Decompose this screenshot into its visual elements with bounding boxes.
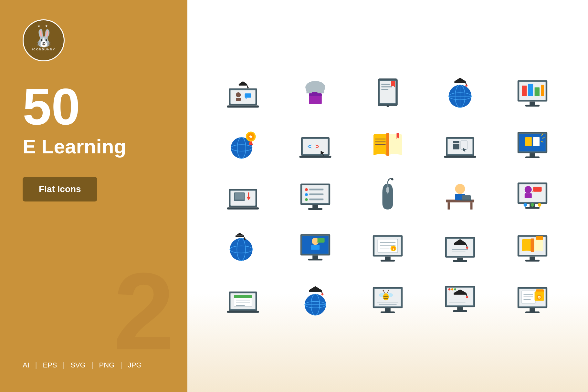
svg-rect-32 [454, 81, 466, 83]
svg-point-200 [383, 290, 384, 291]
svg-rect-98 [309, 189, 323, 191]
icon-monitor-award [355, 278, 421, 320]
svg-point-101 [305, 198, 308, 201]
icon-monitor-frame [427, 278, 493, 320]
icon-monitor-webinar [499, 175, 565, 217]
decorative-number: 2 [113, 256, 174, 366]
svg-rect-102 [309, 199, 323, 201]
svg-rect-76 [519, 134, 545, 151]
svg-rect-112 [460, 200, 473, 201]
svg-rect-69 [444, 156, 476, 158]
icon-laptop-book [427, 123, 493, 165]
svg-rect-223 [522, 291, 535, 304]
svg-rect-145 [381, 260, 395, 262]
svg-rect-104 [386, 187, 389, 193]
logo-stars: ★ ★ [37, 24, 50, 28]
icon-monitor-cert: ★ [355, 227, 421, 269]
svg-rect-40 [525, 105, 540, 107]
svg-rect-144 [385, 257, 391, 260]
svg-rect-44 [541, 85, 544, 96]
svg-point-215 [466, 296, 468, 298]
svg-point-201 [388, 290, 389, 291]
svg-point-122 [524, 203, 527, 207]
svg-rect-196 [383, 296, 388, 297]
icon-globe-medal: ★ [210, 123, 276, 165]
svg-point-187 [321, 293, 324, 295]
svg-rect-120 [533, 187, 541, 191]
svg-rect-96 [308, 208, 322, 210]
svg-point-35 [466, 85, 468, 87]
icon-monitor-person [282, 227, 348, 269]
icon-count: 50 [23, 81, 80, 132]
icon-teacher-desk [427, 175, 493, 217]
svg-point-4 [236, 92, 241, 97]
svg-point-105 [391, 178, 394, 181]
svg-rect-61 [386, 133, 389, 156]
svg-rect-107 [448, 202, 450, 210]
svg-rect-212 [454, 293, 467, 295]
svg-rect-79 [525, 137, 532, 146]
svg-rect-25 [381, 89, 388, 90]
svg-rect-158 [454, 243, 466, 245]
sep-2: | [63, 361, 65, 369]
svg-rect-2 [231, 90, 256, 104]
format-jpg: JPG [128, 361, 142, 369]
svg-rect-80 [533, 137, 540, 146]
svg-text:★: ★ [249, 134, 253, 139]
svg-rect-41 [522, 86, 527, 96]
format-png: PNG [99, 361, 114, 369]
svg-rect-222 [525, 311, 540, 313]
svg-point-131 [244, 238, 246, 240]
svg-rect-191 [385, 308, 391, 312]
icon-tablet-book [355, 72, 421, 114]
icon-open-book [355, 123, 421, 165]
svg-marker-33 [454, 78, 466, 81]
logo-text: ICONBUNNY [32, 48, 56, 51]
icon-mouse [355, 175, 421, 217]
svg-rect-170 [536, 236, 543, 240]
svg-rect-111 [462, 195, 471, 200]
svg-rect-207 [457, 307, 463, 311]
flat-icons-button[interactable]: Flat Icons [23, 177, 97, 201]
svg-point-97 [305, 188, 308, 191]
svg-rect-57 [299, 156, 331, 158]
svg-rect-70 [453, 141, 459, 149]
icon-monitor-list [282, 175, 348, 217]
svg-rect-71 [461, 141, 467, 149]
svg-rect-192 [381, 311, 395, 313]
format-svg: SVG [70, 361, 85, 369]
icon-cloud-upload [282, 72, 348, 114]
svg-marker-9 [239, 81, 247, 84]
svg-rect-78 [525, 156, 540, 158]
svg-rect-157 [453, 260, 467, 262]
svg-rect-139 [318, 238, 325, 242]
svg-rect-42 [528, 84, 533, 97]
icon-laptop-code: < > [282, 123, 348, 165]
svg-point-210 [451, 288, 454, 291]
sep-4: | [120, 361, 122, 369]
svg-rect-77 [530, 153, 535, 157]
icon-monitor-charts [499, 72, 565, 114]
svg-rect-115 [519, 184, 545, 202]
svg-rect-174 [227, 311, 259, 313]
svg-rect-68 [448, 139, 473, 154]
format-row: AI | EPS | SVG | PNG | JPG [23, 361, 142, 369]
svg-rect-8 [239, 84, 247, 86]
icon-laptop-doc [210, 278, 276, 320]
svg-rect-6 [245, 93, 251, 98]
svg-line-10 [247, 84, 248, 88]
svg-rect-156 [457, 258, 463, 261]
svg-rect-5 [236, 98, 241, 101]
svg-rect-176 [234, 295, 252, 298]
svg-rect-95 [312, 205, 318, 209]
icon-laptop-download [210, 175, 276, 217]
svg-rect-24 [381, 86, 392, 87]
collection-title: E Learning [23, 136, 126, 158]
svg-rect-168 [525, 260, 540, 262]
icon-laptop-grad [210, 72, 276, 114]
svg-rect-18 [312, 92, 318, 95]
svg-point-109 [455, 184, 465, 194]
svg-rect-87 [227, 207, 259, 210]
svg-point-211 [454, 288, 456, 291]
svg-rect-39 [530, 102, 535, 105]
